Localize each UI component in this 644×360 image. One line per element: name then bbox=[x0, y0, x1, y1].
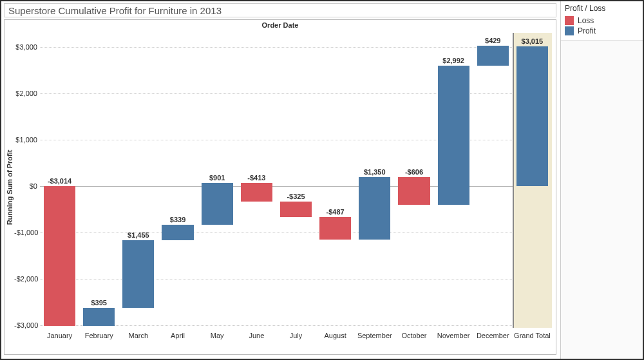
waterfall-bar[interactable] bbox=[398, 177, 430, 205]
bar-value-label: -$487 bbox=[316, 208, 355, 216]
loss-swatch-icon bbox=[565, 16, 574, 25]
waterfall-bar[interactable] bbox=[359, 177, 390, 240]
category-label: November bbox=[434, 332, 473, 339]
chart-column: -$325July bbox=[276, 33, 316, 341]
waterfall-bar[interactable] bbox=[83, 308, 115, 326]
category-label: September bbox=[355, 332, 394, 339]
chart-column: $1,350September bbox=[355, 33, 394, 341]
y-tick-label: -$1,000 bbox=[14, 229, 37, 236]
chart-column: $339April bbox=[158, 33, 197, 341]
legend-panel: Profit / Loss LossProfit bbox=[560, 1, 643, 359]
waterfall-bar[interactable] bbox=[241, 183, 272, 202]
chart-column: $429December bbox=[473, 33, 513, 341]
chart-frame: Order Date Running Sum of Profit -$3,000… bbox=[4, 19, 556, 355]
app-frame: Superstore Cumulative Profit for Furnitu… bbox=[0, 0, 644, 360]
category-label: May bbox=[198, 332, 237, 339]
bar-value-label: $901 bbox=[198, 174, 237, 182]
waterfall-bar[interactable] bbox=[319, 217, 351, 240]
waterfall-bar[interactable] bbox=[122, 240, 154, 308]
bar-value-label: $1,455 bbox=[118, 231, 158, 239]
legend-item[interactable]: Loss bbox=[565, 15, 639, 26]
chart-column: -$487August bbox=[316, 33, 355, 341]
y-axis-label-wrap: Running Sum of Profit bbox=[5, 20, 15, 354]
bar-value-label: $2,992 bbox=[434, 57, 473, 64]
category-label: April bbox=[158, 332, 197, 339]
legend-item-label: Profit bbox=[578, 26, 596, 36]
waterfall-bar[interactable] bbox=[280, 202, 312, 216]
chart-column: -$3,014January bbox=[40, 33, 79, 341]
x-axis-label: Order Date bbox=[5, 21, 556, 29]
waterfall-bar[interactable] bbox=[202, 183, 233, 225]
category-label: June bbox=[237, 332, 276, 339]
y-axis-label: Running Sum of Profit bbox=[6, 149, 14, 225]
chart-column: -$413June bbox=[237, 33, 276, 341]
category-label: Grand Total bbox=[513, 332, 552, 339]
y-tick-label: $0 bbox=[14, 182, 37, 190]
bar-value-label: -$325 bbox=[276, 193, 316, 200]
legend-title: Profit / Loss bbox=[565, 4, 639, 13]
chart-column: $3,015Grand Total bbox=[513, 33, 552, 341]
legend-item-label: Loss bbox=[578, 15, 594, 26]
category-label: October bbox=[394, 332, 433, 339]
bar-value-label: $395 bbox=[79, 299, 118, 307]
chart-column: $2,992November bbox=[434, 33, 473, 341]
waterfall-bar[interactable] bbox=[438, 66, 469, 205]
bar-value-label: -$413 bbox=[237, 174, 276, 182]
chart-column: $901May bbox=[198, 33, 237, 341]
category-label: January bbox=[40, 332, 79, 339]
category-label: December bbox=[473, 332, 513, 339]
bar-value-label: $3,015 bbox=[513, 37, 552, 45]
bar-value-label: $429 bbox=[473, 37, 513, 44]
bar-value-label: -$606 bbox=[394, 168, 433, 176]
grand-total-separator bbox=[513, 33, 514, 328]
y-tick-label: $1,000 bbox=[14, 136, 37, 144]
category-label: July bbox=[276, 332, 316, 339]
chart-title: Superstore Cumulative Profit for Furnitu… bbox=[8, 5, 222, 16]
y-tick-label: -$3,000 bbox=[14, 321, 37, 329]
grand-total-bar[interactable] bbox=[516, 46, 548, 186]
bar-value-label: -$3,014 bbox=[40, 177, 79, 185]
y-tick-label: -$2,000 bbox=[14, 275, 37, 283]
chart-title-bar: Superstore Cumulative Profit for Furnitu… bbox=[4, 3, 556, 17]
waterfall-bar[interactable] bbox=[44, 186, 75, 326]
profit-swatch-icon bbox=[565, 26, 574, 35]
category-label: February bbox=[79, 332, 118, 339]
bar-value-label: $1,350 bbox=[355, 168, 394, 176]
waterfall-bar[interactable] bbox=[162, 225, 193, 240]
y-tick-label: $2,000 bbox=[14, 90, 37, 97]
legend-card: Profit / Loss LossProfit bbox=[561, 1, 643, 41]
category-label: August bbox=[316, 332, 355, 339]
legend-item[interactable]: Profit bbox=[565, 26, 639, 36]
category-label: March bbox=[118, 332, 158, 339]
chart-column: $395February bbox=[79, 33, 118, 341]
chart-panel: Superstore Cumulative Profit for Furnitu… bbox=[1, 1, 560, 359]
plot-area: -$3,000-$2,000-$1,000$0$1,000$2,000$3,00… bbox=[40, 33, 552, 341]
y-tick-label: $3,000 bbox=[14, 43, 37, 51]
chart-column: -$606October bbox=[394, 33, 433, 341]
legend-rows: LossProfit bbox=[565, 15, 639, 36]
chart-column: $1,455March bbox=[118, 33, 158, 341]
bar-value-label: $339 bbox=[158, 216, 197, 223]
waterfall-bar[interactable] bbox=[477, 46, 509, 66]
